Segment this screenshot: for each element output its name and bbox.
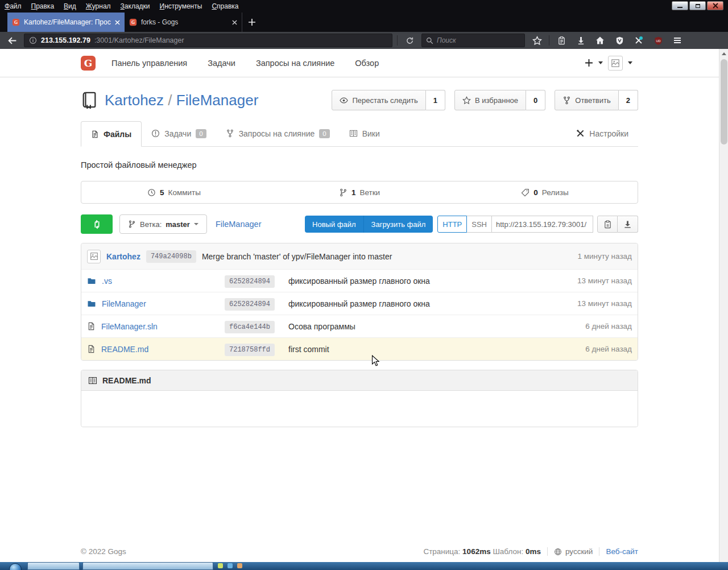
menu-help[interactable]: Справка	[212, 2, 238, 10]
nav-dashboard[interactable]: Панель управления	[111, 59, 187, 68]
compare-button[interactable]	[81, 214, 113, 234]
file-link[interactable]: FileManager.sln	[101, 322, 158, 331]
home-button[interactable]	[593, 34, 607, 47]
repo-name-link[interactable]: FileManager	[176, 92, 259, 109]
commit-author-link[interactable]: Kartohez	[106, 252, 140, 261]
commits-stat[interactable]: 5 Коммиты	[81, 181, 267, 203]
menu-bookmarks[interactable]: Закладки	[121, 2, 150, 10]
releases-stat[interactable]: 0 Релизы	[452, 181, 638, 203]
browser-tabbar: G Kartohez/FileManager: Прос G forks - G…	[0, 13, 728, 32]
taskbar-icon[interactable]	[237, 563, 242, 568]
star-button[interactable]: В избранное	[454, 90, 526, 110]
tab-close-icon[interactable]	[115, 20, 120, 25]
ud-shield-icon: UD	[654, 36, 663, 45]
scrollbar-thumb[interactable]	[721, 59, 727, 144]
file-sha-badge[interactable]: 7218758ffd	[225, 344, 275, 356]
extension-button[interactable]	[631, 34, 646, 47]
tools-icon	[576, 129, 585, 138]
window-minimize-button[interactable]	[672, 1, 688, 10]
taskbar-icon[interactable]	[228, 563, 233, 568]
fork-count[interactable]: 2	[619, 90, 638, 110]
commit-sha-badge[interactable]: 749a24098b	[146, 250, 196, 263]
website-link[interactable]: Веб-сайт	[606, 547, 638, 556]
privacy-shield-button[interactable]	[612, 34, 627, 47]
repo-path-link[interactable]: FileManager	[216, 220, 262, 229]
gogs-page: G Панель управления Задачи Запросы на сл…	[0, 49, 719, 570]
branch-icon	[128, 220, 136, 228]
http-protocol-button[interactable]: HTTP	[437, 216, 467, 233]
file-sha-badge[interactable]: f6ca4e144b	[225, 321, 275, 333]
browser-tab-active[interactable]: G Kartohez/FileManager: Прос	[7, 13, 125, 32]
folder-icon	[87, 299, 96, 308]
ublock-button[interactable]: UD	[651, 34, 665, 47]
commit-author-avatar[interactable]	[87, 250, 101, 263]
chevron-down-icon[interactable]	[628, 61, 632, 64]
gogs-navbar: G Панель управления Задачи Запросы на сл…	[0, 49, 719, 77]
branch-icon	[339, 188, 348, 197]
chevron-down-icon[interactable]	[598, 61, 603, 64]
menu-tools[interactable]: Инструменты	[160, 2, 202, 10]
fork-button[interactable]: Ответвить	[555, 90, 618, 110]
taskbar-icon[interactable]	[218, 563, 223, 568]
reload-button[interactable]	[402, 34, 417, 47]
tab-pulls[interactable]: Запросы на слияние 0	[216, 121, 340, 146]
repo-title: Kartohez / FileManager	[105, 92, 258, 109]
branch-name: master	[166, 220, 190, 229]
window-maximize-button[interactable]	[689, 1, 706, 10]
nav-explore[interactable]: Обзор	[355, 59, 379, 68]
menu-view[interactable]: Вид	[64, 2, 76, 10]
language-dropdown[interactable]: русский	[554, 547, 593, 556]
search-input[interactable]	[437, 36, 511, 44]
tab-close-icon[interactable]	[232, 20, 237, 25]
info-icon[interactable]	[29, 36, 37, 44]
menu-file[interactable]: Файл	[5, 2, 22, 10]
tab-wiki[interactable]: Вики	[340, 121, 390, 146]
file-sha-badge[interactable]: 6252824894	[225, 298, 275, 311]
menu-edit[interactable]: Правка	[31, 2, 55, 10]
create-new-button[interactable]	[585, 59, 593, 67]
nav-pulls[interactable]: Запросы на слияние	[256, 59, 334, 68]
tab-issues[interactable]: Задачи 0	[142, 121, 216, 146]
bookmark-star-button[interactable]	[530, 34, 544, 47]
branches-stat[interactable]: 1 Ветки	[267, 181, 452, 203]
ssh-protocol-button[interactable]: SSH	[467, 216, 492, 233]
copy-url-button[interactable]	[597, 216, 618, 233]
repo-actions: Перестать следить 1 В избранное 0 Ответв…	[332, 90, 638, 110]
taskbar-app-button[interactable]	[27, 562, 80, 570]
download-archive-button[interactable]	[618, 216, 638, 233]
file-sha-badge[interactable]: 6252824894	[225, 275, 275, 288]
address-bar[interactable]: 213.155.192.79:3001/Kartohez/FileManager	[24, 34, 392, 47]
gogs-logo-icon[interactable]: G	[81, 56, 96, 71]
branch-dropdown[interactable]: Ветка: master	[119, 214, 207, 234]
tab-settings[interactable]: Настройки	[566, 121, 638, 146]
new-file-button[interactable]: Новый файл	[305, 216, 364, 233]
star-count[interactable]: 0	[526, 90, 545, 110]
clone-url-input[interactable]	[492, 216, 593, 233]
menu-history[interactable]: Журнал	[86, 2, 111, 10]
upload-file-button[interactable]: Загрузить файл	[364, 216, 433, 233]
pocket-button[interactable]	[554, 34, 569, 47]
start-button[interactable]	[9, 563, 22, 570]
new-tab-button[interactable]	[242, 13, 261, 32]
file-link[interactable]: README.md	[101, 345, 148, 354]
file-link[interactable]: FileManager	[102, 299, 146, 308]
user-avatar[interactable]	[608, 56, 623, 71]
downloads-button[interactable]	[573, 34, 588, 47]
commits-count: 5	[160, 188, 164, 197]
watch-count[interactable]: 1	[426, 90, 445, 110]
page-scrollbar[interactable]	[719, 49, 728, 570]
hamburger-menu-button[interactable]	[670, 34, 685, 47]
scrollbar-up-arrow[interactable]	[719, 49, 728, 58]
window-close-button[interactable]	[707, 1, 723, 10]
tab-files[interactable]: Файлы	[81, 121, 142, 147]
search-bar[interactable]	[421, 34, 525, 47]
back-button[interactable]	[5, 34, 19, 47]
page-footer: © 2022 Gogs Страница: 1062ms Шаблон: 0ms…	[81, 547, 638, 556]
nav-issues[interactable]: Задачи	[208, 59, 235, 68]
taskbar-app-button[interactable]	[82, 562, 213, 570]
file-commit-message: фиксированный размер главного окна	[288, 299, 430, 308]
browser-tab-inactive[interactable]: G forks - Gogs	[125, 13, 242, 32]
repo-owner-link[interactable]: Kartohez	[105, 92, 164, 109]
unwatch-button[interactable]: Перестать следить	[332, 90, 425, 110]
file-link[interactable]: .vs	[102, 276, 112, 286]
